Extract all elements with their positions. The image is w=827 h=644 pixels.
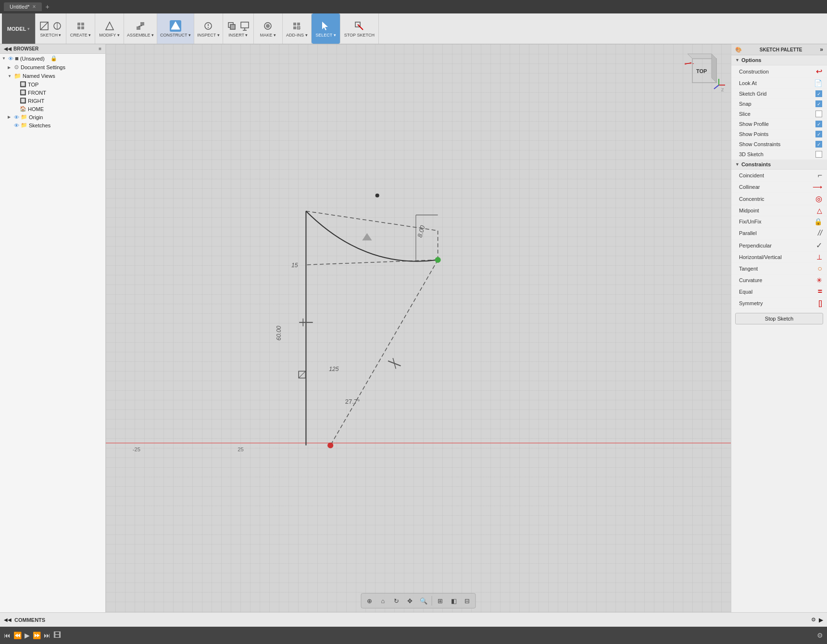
stop-sketch-tool[interactable]: STOP SKETCH	[340, 13, 379, 44]
comments-expand-button[interactable]: ▶	[819, 617, 823, 623]
tree-item-origin[interactable]: ▶ 👁 📁 Origin	[0, 113, 105, 121]
coincident-row[interactable]: Coincident ⌐	[731, 170, 827, 182]
close-tab-button[interactable]: ×	[33, 3, 36, 10]
play-button[interactable]: ▶	[25, 632, 30, 639]
constraints-section-header[interactable]: ▼ Constraints	[731, 160, 827, 170]
next-frame-button[interactable]: ⏩	[33, 632, 41, 639]
svg-rect-25	[297, 26, 300, 29]
fix-unfix-row[interactable]: Fix/UnFix 🔒	[731, 216, 827, 227]
browser-panel: ◀◀ BROWSER ≡ ▼ 👁 ■ (Unsaved) 🔒 ▶ ⚙ Docum…	[0, 44, 106, 612]
symmetry-icon: []	[818, 299, 822, 307]
equal-row[interactable]: Equal =	[731, 286, 827, 298]
parallel-row[interactable]: Parallel //	[731, 227, 827, 239]
construction-row[interactable]: Construction ↩	[731, 65, 827, 78]
toolbar-divider	[432, 596, 432, 606]
assemble-icon	[135, 20, 146, 32]
comments-settings-button[interactable]: ⚙	[811, 617, 816, 623]
prev-frame-button[interactable]: ⏪	[13, 632, 22, 639]
collinear-icon: ⟶	[813, 183, 822, 191]
svg-text:8.00: 8.00	[416, 224, 426, 238]
snap-checkbox[interactable]	[815, 100, 822, 107]
show-points-row[interactable]: Show Points	[731, 129, 827, 139]
tree-item-sketches[interactable]: 👁 📁 Sketches	[0, 121, 105, 129]
sketch-tool[interactable]: SKETCH ▾	[36, 13, 66, 44]
tree-item-right[interactable]: 🔲 RIGHT	[0, 97, 105, 105]
slice-row[interactable]: Slice	[731, 109, 827, 119]
skip-to-end-button[interactable]: ⏭	[44, 632, 50, 639]
comments-collapse-button[interactable]: ◀◀	[4, 617, 12, 622]
tree-item-front[interactable]: 🔲 FRONT	[0, 88, 105, 97]
coincident-label: Coincident	[739, 173, 764, 178]
symmetry-row[interactable]: Symmetry []	[731, 298, 827, 309]
tree-item-doc-settings[interactable]: ▶ ⚙ Document Settings	[0, 63, 105, 72]
display-button[interactable]: ◧	[448, 594, 460, 607]
horizontal-vertical-row[interactable]: Horizontal/Vertical ⊥	[731, 252, 827, 263]
select-tool[interactable]: SELECT ▾	[312, 13, 340, 44]
palette-expand-button[interactable]: »	[820, 46, 823, 53]
orbit-button[interactable]: ↻	[390, 594, 403, 607]
pan-button[interactable]: ✥	[404, 594, 416, 607]
show-constraints-row[interactable]: Show Constraints	[731, 139, 827, 149]
collinear-row[interactable]: Collinear ⟶	[731, 182, 827, 193]
settings-button[interactable]: ⚙	[817, 632, 823, 639]
zoom-button[interactable]: 🔍	[417, 594, 430, 607]
snap-row[interactable]: Snap	[731, 99, 827, 109]
tree-item-home[interactable]: 🏠 HOME	[0, 105, 105, 113]
construction-arrow-icon: ↩	[816, 67, 822, 76]
palette-icon: 🎨	[735, 47, 742, 53]
home-view-button[interactable]: ⌂	[377, 594, 389, 607]
assemble-tool[interactable]: ASSEMBLE ▾	[124, 13, 157, 44]
inspect-tool[interactable]: INSPECT ▾	[194, 13, 223, 44]
layout-button[interactable]: ⊟	[461, 594, 474, 607]
sketch-grid-row[interactable]: Sketch Grid	[731, 89, 827, 99]
addins-label: ADD-INS ▾	[286, 33, 308, 37]
view-cube[interactable]: TOP - Z	[683, 49, 726, 92]
active-tab[interactable]: Untitled* ×	[4, 2, 42, 11]
create-tool[interactable]: CREATE ▾	[66, 13, 95, 44]
midpoint-row[interactable]: Midpoint △	[731, 205, 827, 216]
svg-text:25: 25	[238, 446, 243, 452]
viewport[interactable]: 8.00 15 60.00 125 27.7° -25 25 TOP	[106, 44, 731, 612]
concentric-row[interactable]: Concentric ◎	[731, 193, 827, 205]
parallel-label: Parallel	[739, 230, 757, 236]
3d-sketch-row[interactable]: 3D Sketch	[731, 149, 827, 160]
tangent-label: Tangent	[739, 266, 758, 272]
look-at-row[interactable]: Look At 📄	[731, 78, 827, 89]
show-profile-row[interactable]: Show Profile	[731, 119, 827, 129]
doc-settings-label: Document Settings	[21, 64, 65, 70]
sketch-grid-checkbox[interactable]	[815, 90, 822, 97]
make-tool[interactable]: MAKE ▾	[254, 13, 283, 44]
perpendicular-row[interactable]: Perpendicular ✓	[731, 239, 827, 252]
slice-checkbox[interactable]	[815, 111, 822, 117]
browser-collapse-button[interactable]: ◀◀	[4, 46, 12, 51]
stop-sketch-button[interactable]: Stop Sketch	[735, 313, 823, 324]
browser-options-button[interactable]: ≡	[99, 46, 101, 51]
svg-point-36	[327, 443, 333, 448]
tree-item-named-views[interactable]: ▼ 📁 Named Views	[0, 72, 105, 80]
tree-item-root[interactable]: ▼ 👁 ■ (Unsaved) 🔒	[0, 54, 105, 63]
add-tab-button[interactable]: +	[46, 3, 50, 11]
model-selector[interactable]: MODEL ▾	[2, 13, 36, 44]
show-points-checkbox[interactable]	[815, 131, 822, 137]
concentric-label: Concentric	[739, 196, 764, 202]
eye-icon-origin: 👁	[14, 114, 19, 120]
options-triangle: ▼	[735, 58, 739, 62]
insert-tool[interactable]: INSERT ▾	[223, 13, 254, 44]
curvature-row[interactable]: Curvature ✳	[731, 275, 827, 286]
skip-to-start-button[interactable]: ⏮	[4, 632, 11, 639]
show-constraints-checkbox[interactable]	[815, 141, 822, 148]
tangent-row[interactable]: Tangent ○	[731, 263, 827, 275]
expand-icon-named-views: ▼	[8, 74, 13, 78]
construction-control: ↩	[816, 67, 822, 76]
modify-tool[interactable]: MODIFY ▾	[95, 13, 124, 44]
sketches-folder-icon: 📁	[21, 122, 27, 128]
3d-sketch-checkbox[interactable]	[815, 151, 822, 158]
construct-tool[interactable]: CONSTRUCT ▾	[157, 13, 194, 44]
cursor-button[interactable]: ⊕	[363, 594, 376, 607]
grid-button[interactable]: ⊞	[434, 594, 447, 607]
addins-tool[interactable]: ADD-INS ▾	[283, 13, 312, 44]
options-section-header[interactable]: ▼ Options	[731, 55, 827, 65]
show-profile-checkbox[interactable]	[815, 121, 822, 127]
tree-item-top[interactable]: 🔲 TOP	[0, 80, 105, 88]
timeline-button[interactable]: 🎞	[53, 631, 61, 640]
